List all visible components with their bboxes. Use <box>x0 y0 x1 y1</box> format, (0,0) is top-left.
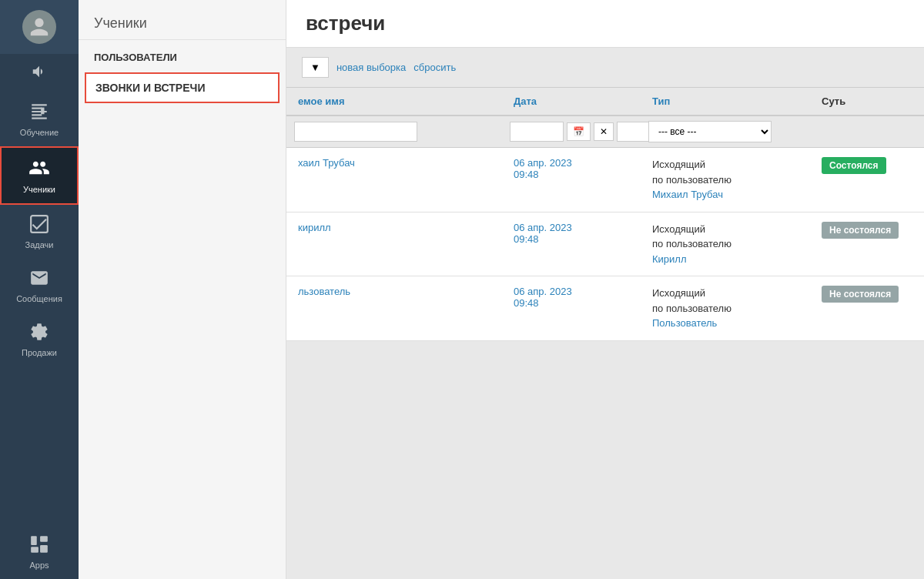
row2-date: 06 апр. 2023 09:48 <box>502 213 641 254</box>
row2-date-value: 06 апр. 2023 <box>514 222 629 233</box>
row1-status-badge: Состоялся <box>822 157 886 174</box>
sidebar-item-students[interactable]: Ученики <box>0 146 79 205</box>
row3-date-value: 06 апр. 2023 <box>514 286 629 297</box>
svg-rect-0 <box>41 108 44 115</box>
page-title: встречи <box>306 12 385 35</box>
sidebar-item-sales-label: Продажи <box>22 348 57 357</box>
sidebar-avatar <box>0 0 79 54</box>
filter-row: 📅 ✕ --- все --- <box>286 116 924 148</box>
svg-rect-5 <box>31 547 38 553</box>
sidebar-item-tasks[interactable]: Задачи <box>0 205 79 259</box>
submenu-header: Ученики <box>79 0 286 40</box>
training-icon <box>29 102 49 125</box>
reset-link[interactable]: сбросить <box>413 62 456 73</box>
row2-type: Исходящий по пользователю Кирилл <box>641 213 810 276</box>
row2-type-user[interactable]: Кирилл <box>652 253 687 265</box>
col-type: Тип <box>641 88 810 115</box>
messages-icon <box>29 268 49 291</box>
row3-type-line2: по пользователю <box>652 301 798 316</box>
row3-time-value: 09:48 <box>514 297 629 309</box>
col-date: Дата <box>502 88 641 115</box>
row3-badge-cell: Не состоялся <box>810 276 924 312</box>
table-row: кирилл 06 апр. 2023 09:48 Исходящий по п… <box>286 213 924 277</box>
apps-icon <box>29 534 49 557</box>
svg-rect-6 <box>40 545 48 553</box>
sidebar-item-sound[interactable] <box>0 54 79 92</box>
table-header-row: емое имя Дата Тип Суть <box>286 88 924 116</box>
row1-type-user[interactable]: Михаил Трубач <box>652 189 723 200</box>
row2-type-line1: Исходящий <box>652 222 798 237</box>
type-filter-select[interactable]: --- все --- <box>648 121 772 142</box>
filter-name-cell <box>286 117 502 146</box>
submenu-section-users: ПОЛЬЗОВАТЕЛИ <box>79 40 286 69</box>
sidebar-item-students-label: Ученики <box>23 185 55 194</box>
sidebar-item-training-label: Обучение <box>20 128 59 137</box>
main-header: встречи <box>286 0 924 48</box>
sales-icon <box>29 322 49 345</box>
row3-type-line1: Исходящий <box>652 286 798 301</box>
row1-time-value: 09:48 <box>514 169 629 180</box>
row3-name-link[interactable]: льзователь <box>298 286 350 297</box>
sidebar-item-messages[interactable]: Сообщения <box>0 259 79 313</box>
svg-rect-4 <box>40 536 48 542</box>
sidebar-item-apps-label: Apps <box>29 561 49 570</box>
col-name: емое имя <box>286 88 502 115</box>
row1-date-value: 06 апр. 2023 <box>514 157 629 169</box>
col-result: Суть <box>810 88 924 115</box>
toolbar: ▼ новая выборка сбросить <box>286 48 924 88</box>
table-row: хаил Трубач 06 апр. 2023 09:48 Исходящий… <box>286 148 924 213</box>
sidebar-item-apps[interactable]: Apps <box>0 525 79 579</box>
sidebar-item-tasks-label: Задачи <box>25 240 54 249</box>
row1-type: Исходящий по пользователю Михаил Трубач <box>641 148 810 212</box>
row3-name: льзователь <box>286 276 502 306</box>
row1-type-line2: по пользователю <box>652 172 798 188</box>
row3-type: Исходящий по пользователю Пользователь <box>641 276 810 340</box>
filter-date-cell: 📅 ✕ <box>502 117 641 146</box>
row1-badge-cell: Состоялся <box>810 148 924 183</box>
filter-result-cell <box>810 127 924 136</box>
row1-name-link[interactable]: хаил Трубач <box>298 157 355 169</box>
row2-name-link[interactable]: кирилл <box>298 222 331 233</box>
filter-type-cell: --- все --- <box>641 116 810 147</box>
submenu-item-calls-meetings[interactable]: ЗВОНКИ И ВСТРЕЧИ <box>85 72 280 103</box>
row3-type-user[interactable]: Пользователь <box>652 317 717 329</box>
tasks-icon <box>29 214 49 237</box>
row1-date: 06 апр. 2023 09:48 <box>502 148 641 189</box>
row1-type-line1: Исходящий <box>652 157 798 172</box>
row2-time-value: 09:48 <box>514 233 629 245</box>
row2-status-badge: Не состоялся <box>822 222 899 239</box>
clear-date-button[interactable]: ✕ <box>594 122 614 141</box>
row1-name: хаил Трубач <box>286 148 502 178</box>
row3-status-badge: Не состоялся <box>822 286 899 303</box>
row2-type-line2: по пользователю <box>652 236 798 252</box>
row3-date: 06 апр. 2023 09:48 <box>502 276 641 318</box>
new-selection-link[interactable]: новая выборка <box>336 62 406 73</box>
sidebar-item-sales[interactable]: Продажи <box>0 313 79 366</box>
selection-dropdown[interactable]: ▼ <box>302 57 329 78</box>
calendar-icon-button[interactable]: 📅 <box>567 122 591 141</box>
svg-rect-1 <box>31 216 48 233</box>
sound-icon <box>31 63 48 83</box>
table-row: льзователь 06 апр. 2023 09:48 Исходящий … <box>286 276 924 341</box>
row2-badge-cell: Не состоялся <box>810 213 924 248</box>
students-icon <box>28 157 50 182</box>
main-content: встречи ▼ новая выборка сбросить емое им… <box>286 0 924 579</box>
row2-name: кирилл <box>286 213 502 243</box>
submenu-panel: Ученики ПОЛЬЗОВАТЕЛИ ЗВОНКИ И ВСТРЕЧИ <box>79 0 286 579</box>
sidebar: Обучение Ученики Задачи Сообщения <box>0 0 79 579</box>
avatar-icon <box>22 10 56 44</box>
data-table: емое имя Дата Тип Суть 📅 ✕ --- все --- <box>286 88 924 341</box>
chevron-down-icon: ▼ <box>310 62 320 73</box>
date-filter-input[interactable] <box>510 122 564 142</box>
name-filter-input[interactable] <box>294 122 417 142</box>
svg-rect-3 <box>31 536 37 545</box>
sidebar-item-training[interactable]: Обучение <box>0 92 79 146</box>
sidebar-item-messages-label: Сообщения <box>16 294 62 303</box>
submenu-item-calls-meetings-label: ЗВОНКИ И ВСТРЕЧИ <box>95 82 205 94</box>
